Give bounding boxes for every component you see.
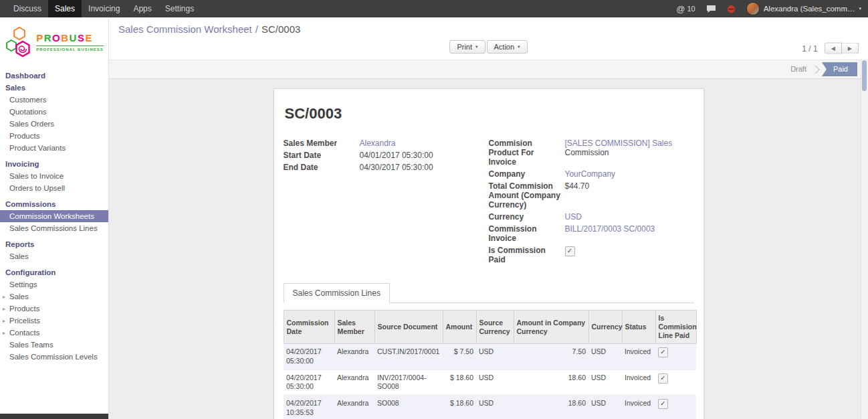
sidebar-item-quotations[interactable]: Quotations	[0, 106, 108, 118]
check-icon: ✓	[567, 247, 572, 254]
menu-discuss[interactable]: Discuss	[7, 0, 48, 17]
sidebar-section-invoicing[interactable]: Invoicing	[0, 158, 108, 170]
check-icon: ✓	[660, 348, 665, 355]
field-groups: Sales Member Alexandra Start Date 04/01/…	[284, 139, 694, 267]
user-menu[interactable]: Alexandra (Sales_comm… ▾	[746, 2, 861, 15]
user-name: Alexandra (Sales_comm…	[764, 5, 855, 13]
pager-prev-button[interactable]: ◀	[825, 43, 842, 54]
cell-currency: USD	[588, 395, 622, 419]
content-scroll-area: SC/0003 Sales Member Alexandra Start Dat…	[109, 79, 868, 419]
commission-line-row[interactable]: 04/20/2017 10:35:53 Alexandra SO008 $ 18…	[284, 395, 696, 419]
status-separator-chevron-icon	[812, 66, 819, 73]
sidebar-item-sales-to-invoice[interactable]: Sales to Invoice	[0, 170, 108, 182]
breadcrumb-separator: /	[255, 23, 258, 35]
line-paid-checkbox[interactable]: ✓	[658, 347, 668, 357]
scrollbar-thumb[interactable]	[862, 60, 867, 91]
menu-sales[interactable]: Sales	[48, 0, 82, 17]
sidebar-item-label: Products	[9, 305, 39, 313]
sidebar-item-orders-to-upsell[interactable]: Orders to Upsell	[0, 182, 108, 194]
sidebar-section-configuration[interactable]: Configuration	[0, 266, 108, 278]
sidebar-item-contacts[interactable]: ▸Contacts	[0, 327, 108, 339]
col-header-amount: Amount	[443, 311, 476, 344]
sidebar-item-sales-commission-levels[interactable]: Sales Commission Levels	[0, 351, 108, 363]
menu-invoicing[interactable]: Invoicing	[82, 0, 126, 17]
activities-icon[interactable]: @ 10	[676, 5, 695, 13]
sidebar-section-sales[interactable]: Sales	[0, 82, 108, 94]
sidebar-section-reports[interactable]: Reports	[0, 238, 108, 250]
status-step-paid[interactable]: Paid	[822, 62, 857, 76]
sidebar-item-pricelists[interactable]: ▸Pricelists	[0, 315, 108, 327]
notebook-tabs: Sales Commission Lines	[284, 283, 694, 303]
sales-member-link[interactable]: Alexandra	[360, 139, 396, 148]
bug-icon[interactable]	[727, 5, 736, 13]
cell-amount-company: 18.60	[514, 395, 588, 419]
commission-product-link[interactable]: [SALES COMMISSION] Sales	[565, 139, 673, 148]
breadcrumb-parent-link[interactable]: Sales Commission Worksheet	[118, 23, 252, 35]
commission-line-row[interactable]: 04/20/2017 05:30:00 Alexandra CUST.IN/20…	[284, 344, 696, 369]
col-header-sales-member: Sales Member	[334, 311, 374, 344]
sidebar-item-sales-teams[interactable]: Sales Teams	[0, 339, 108, 351]
field-label-is-commission-paid: Is Commission Paid	[489, 246, 565, 264]
col-header-source-currency: Source Currency	[476, 311, 514, 344]
cell-line-paid: ✓	[655, 369, 696, 395]
sidebar-item-product-variants[interactable]: Product Variants	[0, 142, 108, 154]
field-group-right: Commision Product For Invoice [SALES COM…	[489, 139, 694, 267]
company-link[interactable]: YourCompany	[565, 169, 616, 179]
menu-apps[interactable]: Apps	[126, 0, 158, 17]
menu-settings[interactable]: Settings	[158, 0, 201, 17]
cell-sales-member: Alexandra	[334, 344, 374, 369]
sidebar-item-settings[interactable]: Settings	[0, 278, 108, 290]
check-icon: ✓	[660, 400, 665, 407]
action-button-label: Action	[494, 43, 515, 51]
app-logo[interactable]: PROBUSE PROFESSIONAL BUSINESS	[0, 17, 108, 66]
vertical-scrollbar	[861, 59, 868, 419]
messages-icon[interactable]	[706, 5, 716, 13]
chevron-right-icon: ▸	[3, 329, 5, 337]
control-panel: Sales Commission Worksheet/SC/0003 Print…	[109, 17, 868, 60]
sidebar-item-label: Contacts	[9, 329, 39, 337]
cell-line-paid: ✓	[655, 344, 696, 369]
end-date-value: 04/30/2017 05:30:00	[360, 163, 433, 172]
sidebar-item-products[interactable]: Products	[0, 130, 108, 142]
sidebar-item-config-products[interactable]: ▸Products	[0, 303, 108, 315]
tab-sales-commission-lines[interactable]: Sales Commission Lines	[284, 283, 390, 303]
commission-line-row[interactable]: 04/20/2017 05:30:00 Alexandra INV/2017/0…	[284, 369, 696, 395]
status-step-draft[interactable]: Draft	[784, 62, 813, 76]
field-group-left: Sales Member Alexandra Start Date 04/01/…	[284, 139, 489, 267]
at-icon: @	[676, 5, 685, 13]
line-paid-checkbox[interactable]: ✓	[658, 399, 668, 409]
pager-next-button[interactable]: ▶	[842, 43, 859, 54]
sidebar-item-label: Sales	[9, 292, 29, 301]
sidebar-section-commissions[interactable]: Commissions	[0, 198, 108, 210]
form-status-strip: Draft Paid	[109, 60, 868, 79]
col-header-is-commission-line-paid: Is Commision Line Paid	[655, 311, 696, 344]
cell-amount-company: 7.50	[514, 344, 588, 369]
field-label-currency: Currency	[489, 212, 565, 222]
commission-lines-table: Commission Date Sales Member Source Docu…	[284, 310, 697, 419]
sidebar-item-sales-orders[interactable]: Sales Orders	[0, 118, 108, 130]
sidebar-item-sales-commissions-lines[interactable]: Sales Commissions Lines	[0, 222, 108, 234]
sidebar-item-reports-sales[interactable]: Sales	[0, 250, 108, 262]
sidebar-section-dashboard[interactable]: Dashboard	[0, 70, 108, 82]
col-header-currency: Currency	[588, 311, 622, 344]
action-button[interactable]: Action ▾	[487, 40, 528, 54]
cell-source-document: CUST.IN/2017/0001	[374, 344, 443, 369]
control-panel-buttons-row: Print ▾ Action ▾ 1 / 1 ◀ ▶	[109, 37, 868, 60]
sidebar-item-config-sales[interactable]: ▸Sales	[0, 290, 108, 303]
sidebar-item-customers[interactable]: Customers	[0, 94, 108, 106]
total-commission-value: $44.70	[565, 181, 590, 210]
line-paid-checkbox[interactable]: ✓	[658, 373, 668, 384]
chevron-right-icon: ▸	[3, 317, 5, 325]
cell-commission-date: 04/20/2017 05:30:00	[284, 344, 334, 369]
cell-source-currency: USD	[476, 344, 514, 369]
is-commission-paid-checkbox[interactable]: ✓	[565, 246, 575, 256]
chevron-right-icon: ▶	[848, 46, 852, 52]
sidebar-item-commission-worksheets[interactable]: Commission Worksheets	[0, 210, 108, 222]
cell-amount: $ 18.60	[443, 369, 476, 395]
cell-source-document: SO008	[374, 395, 443, 419]
currency-link[interactable]: USD	[565, 212, 582, 222]
print-button-label: Print	[457, 43, 472, 51]
breadcrumb: Sales Commission Worksheet/SC/0003	[109, 17, 868, 37]
commission-invoice-link[interactable]: BILL/2017/0003 SC/0003	[565, 224, 655, 234]
print-button[interactable]: Print ▾	[449, 40, 485, 54]
